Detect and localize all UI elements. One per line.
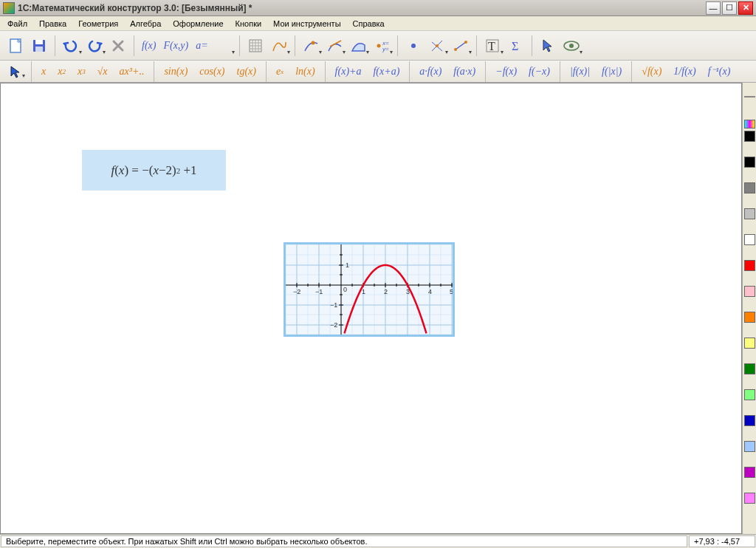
svg-text:0: 0 (343, 286, 347, 293)
color-magenta[interactable] (744, 467, 755, 478)
menubar: Файл Правка Геометрия Алгебра Оформление… (0, 16, 756, 31)
func-ln[interactable]: ln(x) (290, 63, 320, 81)
color-green[interactable] (744, 363, 755, 374)
maximize-button[interactable]: ☐ (722, 1, 737, 15)
color-panel (742, 83, 756, 534)
status-message: Выберите, переместите объект. При нажаты… (1, 535, 687, 547)
func-sin[interactable]: sin(x) (159, 63, 193, 81)
func-fplusa[interactable]: f(x)+a (330, 63, 367, 81)
undo-button[interactable] (60, 35, 82, 57)
app-icon (3, 2, 15, 14)
toolbar-main: f(x) F(x,y) a= x=y= T Σ (0, 31, 756, 61)
area-button[interactable] (347, 35, 369, 57)
new-file-button[interactable] (4, 35, 27, 57)
func-x2[interactable]: x2 (52, 63, 71, 81)
xy-point-button[interactable]: x=y= (371, 35, 393, 57)
svg-text:4: 4 (428, 288, 432, 295)
func-sqrtf[interactable]: √f(x) (636, 63, 667, 81)
color-lightblue[interactable] (744, 441, 755, 452)
color-lightmagenta[interactable] (744, 493, 755, 504)
point-tool[interactable] (402, 35, 425, 57)
func-fnegx[interactable]: f(−x) (523, 63, 555, 81)
svg-text:y=: y= (382, 46, 389, 52)
svg-text:1: 1 (346, 261, 349, 269)
redo-button[interactable] (83, 35, 106, 57)
func-invf[interactable]: 1/f(x) (668, 63, 701, 81)
menu-algebra[interactable]: Алгебра (126, 18, 165, 30)
func-negf[interactable]: −f(x) (490, 63, 522, 81)
current-color-icon[interactable] (744, 120, 755, 129)
func-cos[interactable]: cos(x) (194, 63, 230, 81)
fx-label[interactable]: f(x) (139, 40, 159, 52)
svg-point-21 (569, 44, 574, 48)
func-tg[interactable]: tg(x) (232, 63, 261, 81)
delete-button[interactable] (107, 35, 129, 57)
tangent-button[interactable] (323, 35, 346, 57)
svg-rect-3 (35, 47, 43, 52)
color-white[interactable] (744, 234, 755, 245)
close-button[interactable]: ✕ (738, 1, 753, 15)
line-style-icon[interactable] (744, 96, 755, 97)
toolbar-functions: x x2 x3 √x ax³+.. sin(x) cos(x) tg(x) ex… (0, 61, 756, 83)
color-yellow[interactable] (744, 338, 755, 349)
svg-line-14 (456, 42, 466, 49)
color-black[interactable] (744, 157, 755, 168)
func-finv[interactable]: f⁻¹(x) (703, 63, 736, 81)
formula-display[interactable]: f(x) = −(x−2)2 +1 (82, 150, 226, 191)
fxy-label[interactable]: F(x,y) (160, 40, 191, 52)
color-red[interactable] (744, 260, 755, 271)
func-sqrt[interactable]: √x (92, 63, 113, 81)
color-blue[interactable] (744, 415, 755, 426)
svg-text:2: 2 (384, 288, 388, 295)
svg-rect-2 (35, 40, 43, 44)
svg-point-13 (436, 44, 439, 47)
func-fxplusa[interactable]: f(x+a) (368, 63, 405, 81)
func-poly[interactable]: ax³+.. (114, 63, 150, 81)
titlebar: 1С:Математический конструктор 3.0: [Безы… (0, 0, 756, 16)
menu-tools[interactable]: Мои инструменты (269, 18, 345, 30)
svg-text:Σ: Σ (512, 40, 518, 52)
func-fabsx[interactable]: f(|x|) (597, 63, 627, 81)
svg-text:−2: −2 (330, 321, 337, 329)
menu-buttons[interactable]: Кнопки (231, 18, 267, 30)
func-fax[interactable]: f(a·x) (448, 63, 481, 81)
visibility-tool[interactable] (560, 35, 583, 57)
svg-text:5: 5 (450, 288, 453, 295)
color-lightgreen[interactable] (744, 389, 755, 400)
point-curve-button[interactable] (300, 35, 322, 57)
segment-tool[interactable] (450, 35, 472, 57)
color-pink[interactable] (744, 286, 755, 297)
svg-text:1: 1 (362, 288, 365, 295)
color-black-active[interactable] (744, 131, 755, 142)
func-exp[interactable]: ex (271, 63, 289, 81)
save-button[interactable] (28, 35, 50, 57)
color-orange[interactable] (744, 312, 755, 323)
canvas-area[interactable]: f(x) = −(x−2)2 +1 (0, 83, 742, 534)
func-absf[interactable]: |f(x)| (565, 63, 595, 81)
menu-help[interactable]: Справка (348, 18, 389, 30)
text-tool[interactable]: T (481, 35, 504, 57)
minimize-button[interactable]: — (706, 1, 721, 15)
curve-button[interactable] (268, 35, 290, 57)
color-silver[interactable] (744, 208, 755, 219)
chart-svg: −2−10 12345 1−1−2 (286, 244, 453, 335)
func-afx[interactable]: a·f(x) (414, 63, 447, 81)
func-x[interactable]: x (36, 63, 51, 81)
menu-edit[interactable]: Правка (35, 18, 71, 30)
func-x3[interactable]: x3 (72, 63, 91, 81)
select-tool[interactable] (537, 35, 559, 57)
menu-format[interactable]: Оформление (168, 18, 227, 30)
chart-plot[interactable]: −2−10 12345 1−1−2 (284, 242, 455, 337)
param-dropdown[interactable] (213, 35, 235, 57)
arrow-select-tool[interactable] (4, 63, 27, 81)
color-gray[interactable] (744, 182, 755, 193)
ae-label[interactable]: a= (193, 40, 210, 52)
intersect-tool[interactable] (426, 35, 448, 57)
statusbar: Выберите, переместите объект. При нажаты… (0, 534, 756, 548)
sigma-tool[interactable]: Σ (505, 35, 527, 57)
menu-geometry[interactable]: Геометрия (74, 18, 123, 30)
grid-button[interactable] (244, 35, 267, 57)
svg-text:T: T (488, 40, 495, 52)
menu-file[interactable]: Файл (3, 18, 32, 30)
svg-point-10 (411, 44, 416, 48)
